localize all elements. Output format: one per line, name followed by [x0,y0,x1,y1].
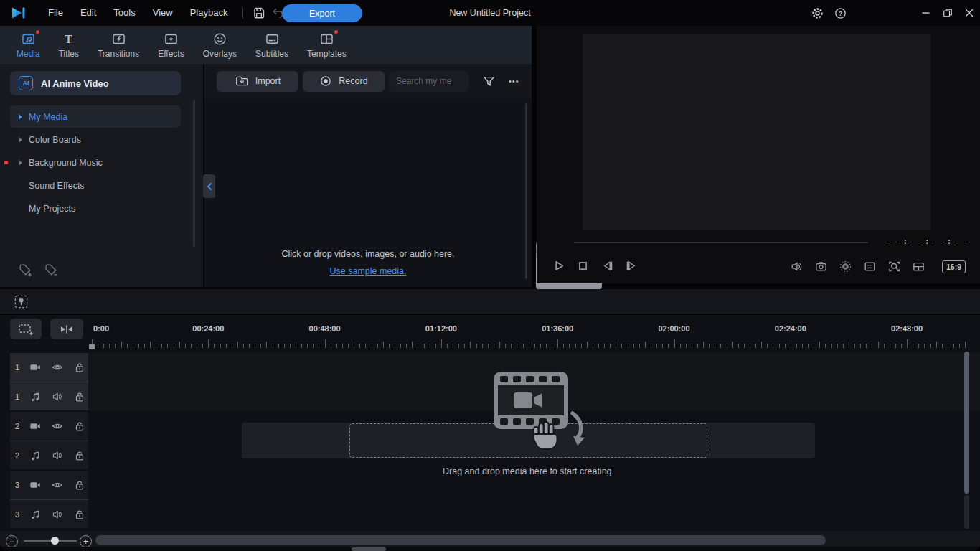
ruler-time-label: 01:12:00 [425,324,457,333]
expand-arrow-icon [19,137,22,143]
timeline-vertical-scrollbar[interactable] [964,352,969,494]
record-button[interactable]: Record [303,71,385,92]
snapshot-camera-icon[interactable] [814,260,828,273]
timeline-vertical-scrollbar-track [964,495,969,529]
toggle-track-visibility-button[interactable] [51,420,64,433]
ruler-time-label: 00:48:00 [309,324,341,333]
dropzone-hint: Click or drop videos, images, or audio h… [204,249,532,259]
import-button[interactable]: Import [217,71,298,92]
sidebar-item-sound-effects[interactable]: Sound Effects [10,174,181,197]
lock-track-button[interactable] [73,508,86,521]
sidebar-scrollbar[interactable] [193,100,195,247]
next-frame-button[interactable] [624,258,639,273]
timeline-zoom-slider[interactable] [24,540,77,542]
preview-seek-bar[interactable] [574,242,868,243]
tab-effects[interactable]: Effects [149,26,193,64]
menu-bar: FileEditToolsViewPlayback [39,0,236,26]
ai-icon: AI [19,76,33,90]
save-button[interactable] [250,4,268,22]
video-track-icon [29,420,42,433]
media-library-panel: Import Record ••• Click or drop videos, … [204,64,532,287]
minimize-button[interactable] [915,0,937,26]
toggle-track-visibility-button[interactable] [51,479,64,491]
sidebar-item-my-media[interactable]: My Media [10,105,181,128]
track-number: 3 [15,510,24,519]
track-header[interactable]: 1 [10,353,88,382]
tag-toolbar [17,262,59,278]
timeline-horizontal-scrollbar[interactable] [95,535,826,545]
tab-subtitles[interactable]: Subtitles [246,26,298,64]
lock-track-button[interactable] [73,390,86,403]
toggle-track-visibility-button[interactable] [51,361,64,374]
tab-media[interactable]: Media [7,26,50,64]
restore-button[interactable] [937,0,958,26]
tab-templates[interactable]: Templates [298,26,356,64]
aspect-ratio-button[interactable]: 16:9 [942,260,966,273]
ruler-time-label: 0:00 [93,324,109,333]
filter-funnel-icon[interactable] [481,74,496,89]
ruler-time-label: 01:36:00 [542,324,573,333]
lock-track-button[interactable] [73,361,86,374]
menu-item[interactable]: Tools [105,0,143,26]
sidebar-collapse-handle[interactable] [203,174,215,198]
lock-track-button[interactable] [73,479,86,491]
sidebar-item-background-music[interactable]: Background Music [10,151,181,174]
search-input[interactable] [389,71,469,92]
track-header[interactable]: 2 [10,441,88,469]
app-logo-icon[interactable] [11,6,28,20]
timeline-toolbar [0,289,980,314]
preview-canvas[interactable] [583,34,930,230]
sidebar-item-my-projects[interactable]: My Projects [10,197,181,220]
help-icon[interactable] [831,4,849,22]
split-view-icon[interactable] [912,260,925,273]
record-icon [319,75,332,88]
menu-item[interactable]: File [39,0,72,26]
export-button[interactable]: Export [282,4,362,22]
tab-titles[interactable]: Titles [50,26,88,64]
lock-track-button[interactable] [73,449,86,462]
more-options-button[interactable]: ••• [509,77,519,85]
track-header[interactable]: 1 [10,382,88,410]
menu-item[interactable]: Playback [182,0,237,26]
sidebar-item-color-boards[interactable]: Color Boards [10,128,181,151]
play-button[interactable] [551,258,566,273]
previous-frame-button[interactable] [600,258,615,273]
media-panel-toolbar: Import Record ••• [204,64,532,98]
mute-track-button[interactable] [51,449,64,462]
menu-item[interactable]: Edit [72,0,105,26]
add-tag-button[interactable] [17,262,33,278]
tab-overlays[interactable]: Overlays [194,26,246,64]
menu-item[interactable]: View [144,0,182,26]
timeline-drop-hint: Drag and drop media here to start creati… [242,466,815,476]
remove-tag-button[interactable] [43,262,59,278]
feature-tabbar: Media Titles Transitions Effects Overlay… [0,26,532,64]
sidebar-item-ai-anime-video[interactable]: AI AI Anime Video [10,71,181,95]
use-sample-media-link[interactable]: Use sample media. [204,266,532,276]
render-preview-icon[interactable] [839,260,852,273]
markers-list-icon[interactable] [863,260,877,273]
stop-button[interactable] [575,258,590,273]
tab-transitions[interactable]: Transitions [88,26,149,64]
volume-icon[interactable] [790,260,804,273]
timeline-body[interactable]: Drag and drop media here to start creati… [88,353,980,528]
preview-zoom-icon[interactable] [887,260,901,273]
preview-options: 16:9 [790,260,966,273]
timeline-focus-icon[interactable] [13,293,29,310]
track-header[interactable]: 3 [10,471,88,499]
zoom-slider-handle[interactable] [51,537,59,545]
track-number: 3 [15,481,24,489]
settings-gear-icon[interactable] [808,4,826,22]
ruler-time-label: 00:24:00 [192,324,224,333]
bottom-edge [0,547,980,551]
mute-track-button[interactable] [51,390,64,403]
track-number: 1 [15,392,24,401]
track-header[interactable]: 2 [10,412,88,441]
playhead-handle[interactable] [89,344,95,349]
mute-track-button[interactable] [51,508,64,521]
zoom-out-button[interactable]: − [6,535,18,547]
media-panel-scrollbar[interactable] [525,103,527,279]
track-header[interactable]: 3 [10,499,88,528]
zoom-in-button[interactable]: + [80,535,92,547]
lock-track-button[interactable] [73,420,86,433]
close-button[interactable] [958,0,980,26]
